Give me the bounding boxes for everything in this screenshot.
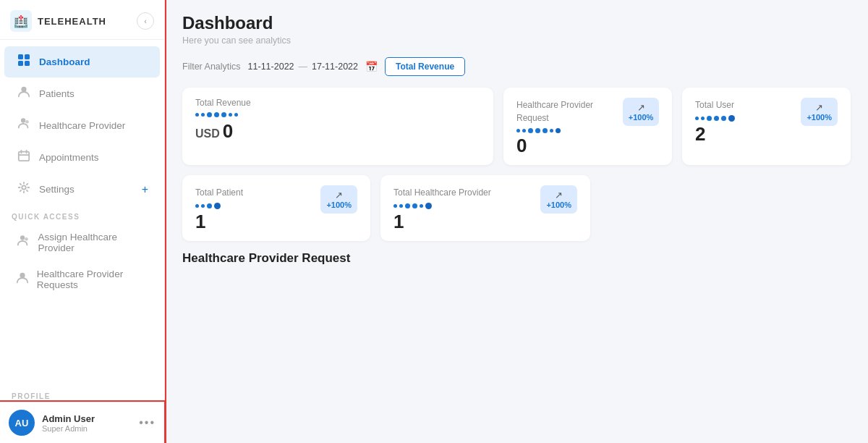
sidebar-item-settings[interactable]: Settings +: [4, 174, 160, 205]
assign-provider-icon: [16, 235, 31, 251]
provider-request-inner: Healthcare Provider Request 0 ↗ +100%: [516, 98, 659, 155]
stat-total-user: Total User 2 ↗ +100%: [682, 88, 851, 165]
up-arrow-patient-icon: ↗: [335, 190, 343, 201]
spacer: [600, 175, 851, 241]
brand-name: TELEHEALTH: [38, 16, 106, 27]
sidebar-item-provider-requests[interactable]: Healthcare Provider Requests: [4, 261, 160, 298]
user-badge: ↗ +100%: [801, 98, 838, 126]
sidebar-item-appointments[interactable]: Appointments: [4, 142, 160, 173]
date-separator: —: [299, 62, 308, 72]
svg-rect-2: [18, 61, 23, 66]
profile-info: Admin User Super Admin: [42, 413, 132, 433]
total-healthcare-inner: Total Healthcare Provider 1 ↗ +100%: [393, 185, 577, 231]
patient-pct: +100%: [326, 201, 352, 209]
provider-request-badge: ↗ +100%: [623, 98, 659, 126]
total-healthcare-left: Total Healthcare Provider 1: [393, 185, 491, 231]
quick-access-label: QUICK ACCESS: [0, 206, 164, 224]
main-content: Dashboard Here you can see analytics Fil…: [165, 0, 868, 443]
patients-icon: [16, 85, 32, 102]
sidebar-logo: 🏥 TELEHEALTH ‹: [0, 0, 164, 40]
stat-total-patient: Total Patient 1 ↗ +100%: [182, 175, 370, 241]
settings-plus-icon[interactable]: +: [142, 183, 148, 196]
sidebar-item-assign-label: Assign Healthcare Provider: [38, 232, 148, 253]
sidebar-item-assign-provider[interactable]: Assign Healthcare Provider: [4, 224, 160, 261]
sidebar-item-dashboard-label: Dashboard: [39, 56, 90, 67]
profile-name: Admin User: [42, 413, 132, 424]
filter-label: Filter Analytics: [182, 62, 241, 72]
stat-provider-request-value: 0: [516, 136, 623, 155]
healthcare-pct: +100%: [546, 201, 571, 209]
svg-point-8: [22, 185, 25, 189]
calendar-icon[interactable]: 📅: [365, 61, 378, 72]
stat-patient-value: 1: [195, 212, 243, 231]
svg-point-9: [20, 235, 25, 240]
svg-rect-1: [25, 54, 30, 59]
total-patient-inner: Total Patient 1 ↗ +100%: [195, 185, 357, 231]
svg-point-5: [21, 118, 25, 122]
user-pct: +100%: [807, 113, 832, 122]
stat-healthcare-label: Total Healthcare Provider: [393, 187, 491, 198]
collapse-button[interactable]: ‹: [137, 12, 154, 30]
filter-row: Filter Analytics 11-11-2022 — 17-11-2022…: [182, 57, 851, 76]
svg-point-10: [25, 237, 29, 241]
stat-patient-label: Total Patient: [195, 187, 243, 198]
profile-role: Super Admin: [42, 424, 132, 433]
stats-row-1: Total Revenue USD0 Healthcare Provider R…: [182, 88, 851, 165]
logo-icon: 🏥: [10, 10, 32, 32]
sidebar-nav: Dashboard Patients Healthcare Provider A…: [0, 40, 164, 388]
total-user-inner: Total User 2 ↗ +100%: [695, 98, 838, 143]
dashboard-icon: [16, 54, 32, 70]
total-user-left: Total User 2: [695, 98, 735, 143]
settings-icon: [16, 181, 32, 198]
profile-inner: AU Admin User Super Admin •••: [9, 410, 156, 436]
patient-badge: ↗ +100%: [320, 185, 357, 214]
svg-rect-3: [25, 61, 30, 66]
stat-revenue-value: USD0: [195, 122, 480, 140]
stat-total-healthcare: Total Healthcare Provider 1 ↗ +100%: [380, 175, 590, 241]
svg-point-4: [21, 87, 26, 92]
up-arrow-healthcare-icon: ↗: [555, 190, 563, 201]
stat-revenue-label: Total Revenue: [195, 98, 480, 108]
up-arrow-user-icon: ↗: [815, 102, 823, 113]
provider-request-pct: +100%: [629, 113, 654, 122]
date-start: 11-11-2022: [248, 62, 294, 72]
stat-user-value: 2: [695, 125, 735, 143]
date-range: 11-11-2022 — 17-11-2022: [248, 62, 358, 72]
stat-provider-request-label: Healthcare Provider Request: [516, 100, 593, 123]
sidebar-item-healthcare-provider[interactable]: Healthcare Provider: [4, 110, 160, 141]
page-subtitle: Here you can see analytics: [182, 35, 851, 46]
svg-rect-0: [18, 54, 23, 59]
svg-point-6: [25, 120, 29, 124]
logo-inner: 🏥 TELEHEALTH: [10, 10, 106, 32]
sidebar-item-requests-label: Healthcare Provider Requests: [37, 269, 148, 290]
sidebar-profile: AU Admin User Super Admin •••: [0, 402, 164, 443]
date-end: 17-11-2022: [312, 62, 358, 72]
profile-menu-dots[interactable]: •••: [139, 416, 156, 429]
stat-healthcare-value: 1: [393, 212, 491, 231]
healthcare-badge: ↗ +100%: [540, 185, 577, 214]
healthcare-provider-icon: [16, 117, 32, 134]
svg-rect-7: [19, 152, 29, 161]
page-title: Dashboard: [182, 13, 851, 34]
appointments-icon: [16, 149, 32, 166]
provider-request-left: Healthcare Provider Request 0: [516, 98, 623, 155]
sidebar: 🏥 TELEHEALTH ‹ Dashboard Patients Health…: [0, 0, 165, 443]
bottom-section-title: Healthcare Provider Request: [182, 251, 851, 266]
revenue-dot-chart: [195, 112, 238, 117]
usd-prefix: USD: [195, 127, 220, 140]
sidebar-item-healthcare-label: Healthcare Provider: [39, 120, 125, 131]
up-arrow-icon: ↗: [637, 102, 645, 113]
sidebar-item-settings-label: Settings: [39, 184, 75, 195]
sidebar-item-patients[interactable]: Patients: [4, 78, 160, 109]
total-patient-left: Total Patient 1: [195, 185, 243, 231]
provider-requests-icon: [16, 271, 30, 288]
svg-point-11: [20, 272, 25, 277]
stat-total-revenue: Total Revenue USD0: [182, 88, 493, 165]
stats-row-2: Total Patient 1 ↗ +100% Total Healthcare…: [182, 175, 851, 241]
sidebar-item-dashboard[interactable]: Dashboard: [4, 46, 160, 77]
avatar: AU: [9, 410, 35, 436]
total-revenue-button[interactable]: Total Revenue: [385, 57, 465, 76]
stat-user-label: Total User: [695, 100, 734, 110]
profile-section-label: PROFILE: [0, 388, 164, 402]
sidebar-item-appointments-label: Appointments: [39, 152, 99, 163]
